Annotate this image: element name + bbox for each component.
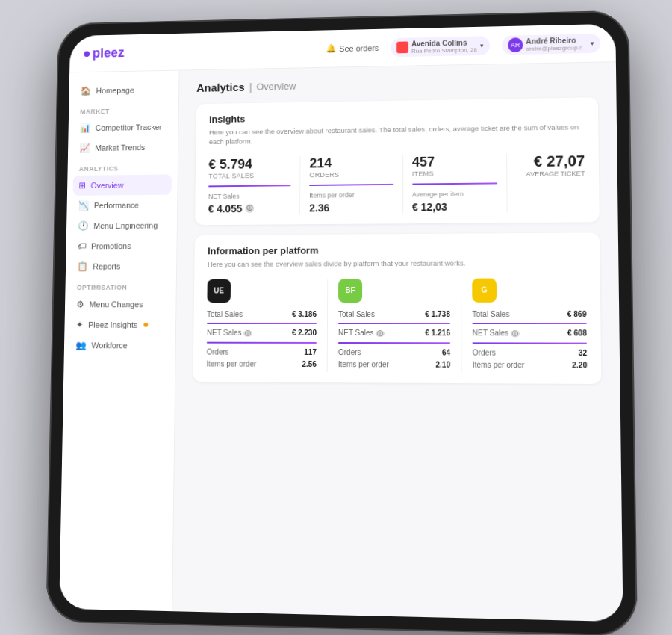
platform-divider2-2: [473, 342, 587, 344]
tablet-frame: pleez 🔔 See orders Avenida Collins Rua P…: [46, 10, 638, 635]
user-email: andre@pleezgroup.c...: [526, 44, 587, 52]
platform-title: Information per platform: [208, 243, 586, 256]
sidebar-item-pleez-insights[interactable]: ✦ Pleez Insights: [64, 315, 175, 335]
sidebar-item-menu-changes[interactable]: ⚙ Menu Changes: [65, 294, 176, 315]
avatar: AR: [508, 37, 523, 52]
platform-total-sales-row-0: Total Sales € 3.186: [207, 310, 317, 318]
sidebar-section-optimisation: OPTIMISATION: [65, 276, 176, 294]
location-badge[interactable]: Avenida Collins Rua Pedro Stampton, 28 ▾: [391, 36, 490, 57]
platform-divider2-1: [338, 342, 450, 344]
platform-net-sales-value-0: € 2.230: [292, 329, 317, 337]
platform-items-per-order-row-0: Items per order 2.56: [206, 359, 316, 368]
total-sales-divider: [208, 185, 291, 187]
sidebar-pleez-insights-label: Pleez Insights: [88, 320, 137, 329]
platform-net-sales-row-1: NET Sales ⓘ € 1.216: [338, 329, 450, 338]
sidebar-menu-changes-label: Menu Changes: [90, 300, 143, 309]
platform-subtitle: Here you can see the overview sales divi…: [208, 257, 586, 268]
platform-divider-0: [207, 323, 317, 324]
platform-orders-label-0: Orders: [207, 347, 229, 356]
items-per-order-value: 2.36: [309, 201, 393, 214]
stat-avg-ticket: € 27,07 AVERAGE TICKET: [516, 152, 585, 178]
total-sales-label: TOTAL SALES: [208, 171, 291, 179]
sidebar-section-analytics: ANALYTICS: [67, 157, 178, 176]
net-sales-label: NET Sales: [208, 192, 291, 200]
platform-items-label-0: Items per order: [206, 359, 256, 368]
platform-orders-row-1: Orders 64: [338, 348, 450, 356]
platform-items-per-order-row-2: Items per order 2.20: [473, 361, 588, 370]
platform-net-sales-value-2: € 608: [567, 329, 587, 338]
breadcrumb: Analytics | Overview: [196, 74, 598, 93]
workforce-icon: 👥: [75, 340, 87, 350]
avg-ticket-label: AVERAGE TICKET: [516, 170, 585, 178]
platform-divider2-0: [207, 342, 317, 344]
platform-logo-2: G: [472, 278, 497, 302]
home-icon: 🏠: [81, 86, 91, 96]
items-divider: [412, 182, 497, 185]
sidebar-item-performance[interactable]: 📉 Performance: [66, 195, 177, 216]
stat-total-sales: € 5.794 TOTAL SALES NET Sales € 4.055 ⓘ: [208, 156, 301, 214]
promotions-icon: 🏷: [78, 241, 87, 252]
sidebar-trends-label: Market Trends: [95, 143, 145, 152]
platform-col-2: G Total Sales € 869 NET Sales ⓘ € 608 Or…: [472, 278, 587, 373]
notification-item[interactable]: 🔔 See orders: [326, 43, 379, 53]
stat-items: 457 ITEMS Average per item € 12,03: [412, 153, 508, 213]
net-sales-info-1[interactable]: ⓘ: [376, 330, 385, 337]
location-icon: [396, 41, 408, 53]
net-sales-info-icon[interactable]: ⓘ: [245, 204, 254, 213]
sidebar-homepage-label: Homepage: [96, 86, 134, 95]
sidebar-item-homepage[interactable]: 🏠 Homepage: [69, 79, 178, 101]
platform-net-sales-row-0: NET Sales ⓘ € 2.230: [207, 329, 317, 338]
location-info: Avenida Collins Rua Pedro Stampton, 28: [411, 38, 477, 54]
competitor-icon: 📊: [80, 123, 90, 134]
sidebar-item-market-trends[interactable]: 📈 Market Trends: [68, 137, 178, 158]
user-badge[interactable]: AR André Ribeiro andre@pleezgroup.c... ▾: [502, 34, 600, 55]
total-sales-value: € 5.794: [208, 156, 291, 173]
top-bar-right: 🔔 See orders Avenida Collins Rua Pedro S…: [326, 34, 601, 58]
sidebar-item-competitor[interactable]: 📊 Competitor Tracker: [68, 117, 178, 138]
content-area: Analytics | Overview Insights Here you c…: [172, 62, 623, 622]
avg-ticket-value: € 27,07: [516, 152, 585, 170]
logo-dot: [84, 51, 90, 57]
platform-items-label-2: Items per order: [473, 361, 525, 369]
breadcrumb-main: Analytics: [196, 81, 245, 94]
platform-col-1: BF Total Sales € 1.738 NET Sales ⓘ € 1.2…: [338, 279, 462, 373]
pleez-insights-icon: ✦: [76, 320, 84, 330]
net-sales-info-2[interactable]: ⓘ: [511, 330, 520, 337]
net-sales-info-0[interactable]: ⓘ: [243, 330, 252, 337]
net-sales-value: € 4.055 ⓘ: [208, 202, 291, 214]
platform-total-sales-value-1: € 1.738: [425, 310, 450, 318]
bell-icon: 🔔: [326, 43, 337, 53]
platform-total-sales-value-2: € 869: [567, 310, 587, 318]
orders-value: 214: [310, 155, 393, 171]
platform-orders-value-2: 32: [579, 349, 588, 357]
see-orders-label: See orders: [339, 43, 379, 53]
pleez-insights-badge: [144, 323, 149, 327]
platform-total-sales-label-1: Total Sales: [338, 310, 375, 318]
sidebar-item-promotions[interactable]: 🏷 Promotions: [66, 235, 176, 256]
breadcrumb-sub: Overview: [256, 81, 296, 92]
platform-orders-label-1: Orders: [338, 348, 361, 356]
platform-logo-1: BF: [338, 279, 362, 303]
platform-orders-row-0: Orders 117: [207, 347, 317, 356]
breadcrumb-separator: |: [249, 81, 252, 93]
platform-divider-2: [473, 323, 587, 324]
sidebar-workforce-label: Workforce: [91, 341, 127, 350]
platform-net-sales-value-1: € 1.216: [425, 329, 450, 337]
platform-items-value-2: 2.20: [572, 361, 587, 369]
platform-total-sales-row-2: Total Sales € 869: [472, 310, 586, 318]
platform-card: Information per platform Here you can se…: [193, 232, 602, 384]
logo: pleez: [84, 46, 124, 61]
stat-orders: 214 ORDERS Items per order 2.36: [309, 155, 403, 214]
sidebar-item-workforce[interactable]: 👥 Workforce: [64, 335, 175, 356]
platform-net-sales-row-2: NET Sales ⓘ € 608: [473, 329, 587, 338]
sidebar-item-overview[interactable]: ⊞ Overview: [73, 174, 172, 195]
sidebar-item-menu-engineering[interactable]: 🕐 Menu Engineering: [66, 215, 177, 236]
sidebar-item-reports[interactable]: 📋 Reports: [66, 255, 177, 276]
menu-eng-icon: 🕐: [78, 220, 89, 231]
reports-icon: 📋: [77, 261, 88, 272]
sidebar: 🏠 Homepage MARKET 📊 Competitor Tracker 📈…: [59, 71, 179, 612]
overview-icon: ⊞: [78, 180, 86, 190]
sidebar-performance-label: Performance: [94, 201, 139, 210]
orders-label: ORDERS: [309, 170, 393, 179]
platform-net-sales-label-1: NET Sales ⓘ: [338, 329, 385, 338]
